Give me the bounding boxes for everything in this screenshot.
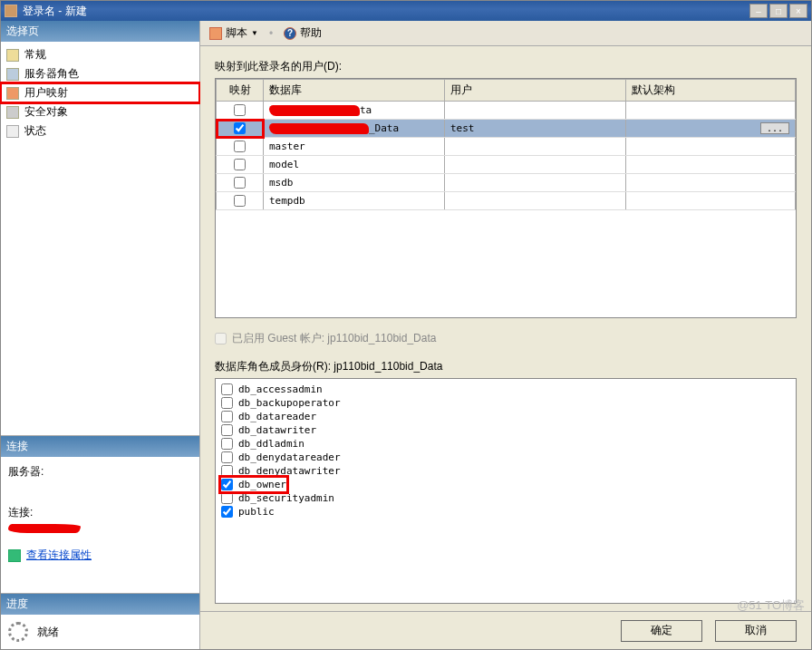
- maximize-button[interactable]: □: [769, 4, 788, 18]
- role-item-db_datareader[interactable]: db_datareader: [221, 410, 790, 423]
- role-item-db_backupoperator[interactable]: db_backupoperator: [221, 396, 790, 410]
- mapped-users-label: 映射到此登录名的用户(D):: [215, 59, 797, 74]
- user-cell[interactable]: [445, 192, 626, 210]
- role-checkbox[interactable]: [221, 411, 233, 422]
- col-schema[interactable]: 默认架构: [626, 80, 796, 102]
- progress-header: 进度: [1, 594, 199, 615]
- close-button[interactable]: ×: [789, 4, 807, 18]
- redacted-connection: [8, 524, 81, 533]
- nav-item-服务器角色[interactable]: 服务器角色: [1, 64, 199, 83]
- user-cell[interactable]: [445, 174, 626, 192]
- help-label: 帮助: [300, 25, 322, 41]
- table-row[interactable]: _Datatest...: [217, 120, 796, 138]
- dialog-buttons: 确定 取消: [200, 611, 811, 649]
- database-cell[interactable]: ta: [264, 102, 445, 120]
- nav-item-状态[interactable]: 状态: [1, 121, 199, 141]
- view-connection-props-link[interactable]: 查看连接属性: [26, 548, 92, 563]
- schema-cell[interactable]: ...: [626, 120, 796, 138]
- schema-cell[interactable]: [626, 102, 796, 120]
- help-button[interactable]: ? 帮助: [280, 24, 325, 43]
- database-cell[interactable]: master: [264, 138, 445, 156]
- role-item-db_securityadmin[interactable]: db_securityadmin: [221, 491, 790, 505]
- map-cell[interactable]: [217, 102, 264, 120]
- role-checkbox[interactable]: [221, 424, 233, 436]
- progress-spinner-icon: [8, 622, 28, 642]
- role-item-db_denydatawriter[interactable]: db_denydatawriter: [221, 464, 790, 478]
- user-cell[interactable]: [445, 156, 626, 174]
- col-user[interactable]: 用户: [445, 80, 626, 102]
- nav-label: 状态: [24, 123, 46, 139]
- help-icon: ?: [284, 27, 296, 40]
- col-database[interactable]: 数据库: [264, 80, 445, 102]
- ok-button[interactable]: 确定: [621, 620, 702, 642]
- role-item-db_denydatareader[interactable]: db_denydatareader: [221, 451, 790, 464]
- role-label: db_denydatareader: [238, 451, 341, 463]
- role-label: db_securityadmin: [238, 492, 334, 504]
- map-cell[interactable]: [217, 192, 264, 210]
- schema-cell[interactable]: [626, 192, 796, 210]
- nav-icon: [6, 87, 19, 100]
- dropdown-icon: ▼: [251, 29, 258, 37]
- titlebar: 登录名 - 新建 – □ ×: [1, 1, 811, 21]
- schema-cell[interactable]: [626, 174, 796, 192]
- table-row[interactable]: model: [217, 156, 796, 174]
- nav-item-用户映射[interactable]: 用户映射: [1, 83, 199, 102]
- map-cell[interactable]: [217, 174, 264, 192]
- role-checkbox[interactable]: [221, 465, 233, 477]
- role-checkbox[interactable]: [221, 506, 233, 518]
- database-cell[interactable]: model: [264, 156, 445, 174]
- nav-icon: [6, 106, 19, 119]
- database-cell[interactable]: _Data: [264, 120, 445, 138]
- table-row[interactable]: msdb: [217, 174, 796, 192]
- database-cell[interactable]: msdb: [264, 174, 445, 192]
- role-label: db_owner: [238, 479, 286, 490]
- nav-item-安全对象[interactable]: 安全对象: [1, 102, 199, 121]
- toolbar: 脚本 ▼ • ? 帮助: [200, 21, 811, 46]
- role-checkbox[interactable]: [221, 479, 233, 490]
- browse-schema-button[interactable]: ...: [760, 122, 789, 134]
- map-checkbox[interactable]: [234, 141, 246, 152]
- script-button[interactable]: 脚本 ▼: [206, 24, 262, 43]
- progress-status: 就绪: [37, 625, 59, 640]
- map-cell[interactable]: [217, 156, 264, 174]
- user-cell[interactable]: test: [445, 120, 626, 138]
- col-map[interactable]: 映射: [217, 80, 264, 102]
- role-item-db_owner[interactable]: db_owner: [221, 478, 286, 491]
- schema-cell[interactable]: [626, 138, 796, 156]
- role-item-db_accessadmin[interactable]: db_accessadmin: [221, 383, 790, 396]
- script-label: 脚本: [226, 25, 247, 41]
- map-checkbox[interactable]: [234, 122, 246, 134]
- map-cell[interactable]: [217, 120, 264, 138]
- role-checkbox[interactable]: [221, 397, 233, 409]
- table-row[interactable]: ta: [217, 102, 796, 120]
- map-checkbox[interactable]: [234, 104, 246, 116]
- role-checkbox[interactable]: [221, 438, 233, 450]
- map-checkbox[interactable]: [234, 159, 246, 170]
- minimize-button[interactable]: –: [749, 4, 768, 18]
- user-cell[interactable]: [445, 102, 626, 120]
- roles-list[interactable]: db_accessadmindb_backupoperatordb_datare…: [215, 378, 797, 604]
- role-label: public: [238, 506, 275, 518]
- role-item-public[interactable]: public: [221, 505, 790, 519]
- role-checkbox[interactable]: [221, 451, 233, 463]
- redacted-db-name: [269, 123, 369, 134]
- cancel-button[interactable]: 取消: [715, 620, 797, 642]
- nav-item-常规[interactable]: 常规: [1, 45, 199, 64]
- role-label: db_datawriter: [238, 424, 316, 436]
- table-row[interactable]: master: [217, 138, 796, 156]
- role-item-db_datawriter[interactable]: db_datawriter: [221, 423, 790, 437]
- map-cell[interactable]: [217, 138, 264, 156]
- database-cell[interactable]: tempdb: [264, 192, 445, 210]
- role-item-db_ddladmin[interactable]: db_ddladmin: [221, 437, 790, 451]
- map-checkbox[interactable]: [234, 195, 246, 207]
- redacted-db-name: [269, 105, 360, 116]
- database-mapping-grid[interactable]: 映射 数据库 用户 默认架构 ta_Datatest...mastermodel…: [215, 78, 797, 318]
- map-checkbox[interactable]: [234, 177, 246, 189]
- nav-icon: [6, 68, 19, 81]
- table-row[interactable]: tempdb: [217, 192, 796, 210]
- server-label: 服务器:: [8, 464, 192, 480]
- user-cell[interactable]: [445, 138, 626, 156]
- schema-cell[interactable]: [626, 156, 796, 174]
- role-checkbox[interactable]: [221, 492, 233, 504]
- role-checkbox[interactable]: [221, 383, 233, 395]
